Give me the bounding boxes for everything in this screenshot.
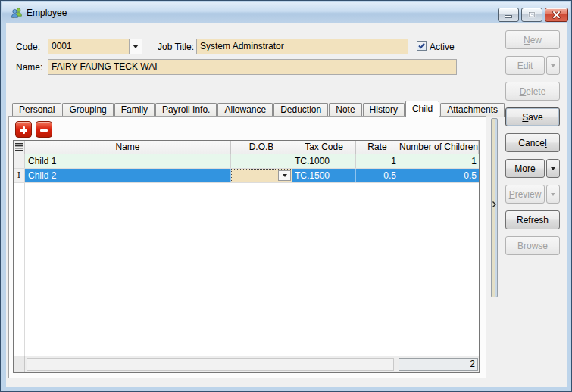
new-button: New — [505, 30, 560, 49]
remove-row-button[interactable] — [36, 121, 52, 138]
code-value: 0001 — [52, 41, 72, 51]
column-header-name[interactable]: Name — [25, 141, 231, 154]
tab-family[interactable]: Family — [114, 103, 155, 117]
active-checkbox[interactable] — [417, 41, 427, 51]
column-header-number-of-children[interactable]: Number of Children — [399, 141, 479, 154]
minimize-button[interactable] — [498, 8, 519, 22]
cell-rate[interactable]: 1 — [356, 154, 399, 168]
column-header-d-o-b[interactable]: D.O.B — [231, 141, 292, 154]
grid-rows: Child 1TC.100011IChild 2TC.15000.50.5 — [14, 154, 479, 183]
chevron-down-icon — [551, 64, 555, 67]
refresh-button[interactable]: Refresh — [505, 210, 560, 229]
active-label: Active — [430, 42, 455, 52]
job-title-field[interactable]: System Adminstrator — [196, 39, 408, 54]
tab-payroll-info[interactable]: Payroll Info. — [155, 103, 217, 117]
tab-allowance[interactable]: Allowance — [217, 103, 273, 117]
children-count-summary: 2 — [399, 358, 478, 371]
row-indicator — [14, 154, 25, 168]
grid-row-2[interactable]: IChild 2TC.15000.50.5 — [14, 169, 479, 183]
dob-dropdown-button[interactable] — [278, 170, 291, 181]
close-icon — [552, 11, 561, 19]
chevron-down-icon — [551, 193, 555, 196]
titlebar[interactable]: Employee — [2, 2, 570, 23]
grid-footer: 2 — [14, 356, 479, 372]
close-button[interactable] — [545, 8, 568, 22]
add-row-button[interactable] — [15, 121, 32, 138]
maximize-restore-icon — [527, 11, 536, 19]
employees-icon — [11, 7, 23, 19]
preview-dropdown-button — [546, 185, 560, 204]
code-dropdown-button[interactable] — [129, 39, 142, 54]
name-label: Name: — [16, 62, 42, 73]
checkmark-icon — [417, 42, 426, 50]
cell-number-of-children[interactable]: 1 — [399, 154, 479, 168]
side-button-panel: NewEditDeleteSaveCancelMorePreviewRefres… — [505, 30, 560, 262]
chevron-down-icon — [133, 45, 139, 48]
browse-button: Browse — [505, 236, 560, 255]
cell-tax-code[interactable]: TC.1500 — [292, 169, 356, 182]
cell-tax-code[interactable]: TC.1000 — [292, 154, 356, 168]
edit-dropdown-button — [546, 56, 560, 75]
tab-attachments[interactable]: Attachments — [440, 103, 505, 117]
tab-deduction[interactable]: Deduction — [273, 103, 328, 117]
column-header-rate[interactable]: Rate — [356, 141, 399, 154]
code-combobox[interactable]: 0001 — [48, 39, 142, 54]
tab-personal[interactable]: Personal — [12, 103, 61, 117]
job-title-value: System Adminstrator — [200, 41, 284, 51]
code-label: Code: — [16, 42, 40, 52]
delete-button: Delete — [505, 82, 560, 101]
edit-button: Edit — [505, 56, 545, 75]
children-grid: NameD.O.BTax CodeRateNumber of Children … — [13, 140, 480, 373]
footer-indicator-cell — [14, 356, 25, 372]
grid-header-row: NameD.O.BTax CodeRateNumber of Children — [14, 141, 479, 154]
more-button[interactable]: More — [505, 159, 545, 178]
window-title: Employee — [27, 8, 67, 18]
chevron-down-icon — [551, 167, 555, 170]
cell-name[interactable]: Child 1 — [25, 154, 231, 168]
name-value: FAIRY FAUNG TECK WAI — [52, 61, 158, 72]
tab-grouping[interactable]: Grouping — [62, 103, 113, 117]
job-title-label: Job Title: — [158, 42, 194, 52]
minimize-icon — [504, 11, 513, 19]
grid-row-1[interactable]: Child 1TC.100011 — [14, 154, 479, 169]
save-button[interactable]: Save — [505, 107, 560, 126]
cell-dob[interactable] — [231, 154, 292, 168]
grid-empty-area — [14, 183, 479, 356]
tab-note[interactable]: Note — [329, 103, 361, 117]
cell-number-of-children[interactable]: 0.5 — [399, 169, 479, 182]
tab-child[interactable]: Child — [405, 101, 439, 117]
horizontal-scrollbar[interactable] — [27, 358, 394, 371]
cell-rate[interactable]: 0.5 — [356, 169, 399, 182]
name-field[interactable]: FAIRY FAUNG TECK WAI — [48, 59, 457, 75]
cell-name[interactable]: Child 2 — [25, 169, 231, 182]
tab-strip: PersonalGroupingFamilyPayroll Info.Allow… — [12, 101, 505, 117]
chevron-down-icon — [283, 174, 287, 177]
column-header-tax-code[interactable]: Tax Code — [292, 141, 356, 154]
cancel-button[interactable]: Cancel — [505, 133, 560, 152]
tab-history[interactable]: History — [363, 103, 405, 117]
grid-options-icon[interactable] — [14, 141, 25, 154]
maximize-button[interactable] — [521, 8, 542, 22]
preview-button: Preview — [505, 185, 545, 204]
panel-splitter[interactable] — [491, 118, 498, 297]
collapse-right-icon — [492, 201, 497, 208]
more-dropdown-button[interactable] — [546, 159, 560, 178]
employee-window: Employee Code: 0001 Job Title: System Ad… — [0, 0, 572, 392]
cell-dob[interactable] — [231, 169, 292, 182]
row-edit-indicator: I — [14, 169, 25, 182]
